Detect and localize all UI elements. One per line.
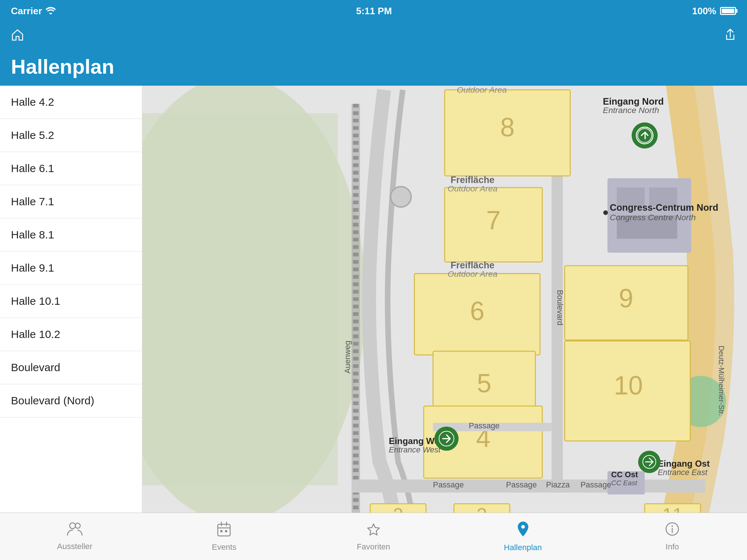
svg-text:Piazza: Piazza (546, 480, 570, 489)
tab-hallenplan-label: Hallenplan (504, 543, 542, 552)
venue-map: 8 7 6 9 5 10 4 2 (142, 86, 747, 513)
svg-point-7 (391, 187, 411, 207)
svg-text:Outdoor Area: Outdoor Area (457, 86, 507, 94)
svg-point-70 (70, 523, 76, 529)
time-display: 5:11 PM (356, 5, 392, 17)
carrier-label: Carrier (11, 5, 42, 17)
home-icon[interactable] (11, 28, 24, 45)
aussteller-icon (67, 522, 83, 540)
status-bar: Carrier 5:11 PM 100% (0, 0, 747, 22)
sidebar-item-boulevard[interactable]: Boulevard (0, 351, 142, 384)
svg-text:Boulevard: Boulevard (556, 290, 565, 326)
tab-aussteller-label: Aussteller (57, 542, 93, 551)
svg-point-81 (671, 525, 673, 527)
svg-point-78 (521, 525, 525, 529)
events-icon (217, 521, 231, 540)
sidebar-item-boulevard-nord[interactable]: Boulevard (Nord) (0, 384, 142, 417)
tab-info-label: Info (666, 542, 679, 552)
svg-rect-76 (220, 530, 222, 532)
nav-bar (0, 22, 747, 51)
svg-text:8: 8 (500, 113, 515, 142)
svg-text:5: 5 (477, 369, 492, 398)
share-icon[interactable] (724, 28, 736, 45)
svg-text:Deutz-Mülheimer-Str.: Deutz-Mülheimer-Str. (717, 346, 725, 416)
svg-text:Outdoor Area: Outdoor Area (448, 269, 498, 279)
wifi-icon (46, 5, 56, 17)
svg-text:Passage: Passage (506, 480, 537, 489)
tab-events[interactable]: Events (150, 518, 299, 556)
tab-events-label: Events (212, 542, 236, 552)
sidebar: Halle 4.2 Halle 5.2 Halle 6.1 Halle 7.1 … (0, 86, 142, 513)
status-bar-left: Carrier (11, 5, 56, 17)
svg-text:CC Ost: CC Ost (611, 470, 638, 479)
svg-text:3: 3 (477, 505, 487, 513)
svg-text:Entrance East: Entrance East (658, 468, 708, 477)
sidebar-item-halle81[interactable]: Halle 8.1 (0, 218, 142, 252)
svg-text:11: 11 (662, 505, 683, 513)
svg-text:Entrance West: Entrance West (389, 445, 441, 454)
battery-icon (720, 7, 736, 15)
svg-rect-13 (551, 174, 563, 481)
svg-text:Freifläche: Freifläche (450, 175, 494, 185)
page-title-bar: Hallenplan (0, 51, 747, 86)
battery-percentage: 100% (692, 5, 716, 17)
svg-text:10: 10 (614, 371, 643, 400)
sidebar-item-halle102[interactable]: Halle 10.2 (0, 318, 142, 351)
map-area[interactable]: 8 7 6 9 5 10 4 2 (142, 86, 747, 513)
svg-text:Passage: Passage (433, 480, 464, 489)
sidebar-item-halle71[interactable]: Halle 7.1 (0, 185, 142, 218)
svg-text:Congress-Centrum Nord: Congress-Centrum Nord (610, 202, 719, 213)
svg-text:Passage: Passage (469, 421, 499, 430)
svg-text:Eingang Ost: Eingang Ost (658, 459, 710, 468)
svg-text:Congress Centre North: Congress Centre North (610, 213, 696, 222)
hallenplan-icon (516, 521, 530, 541)
svg-text:2: 2 (393, 505, 403, 513)
svg-rect-77 (225, 530, 227, 532)
main-content: Halle 4.2 Halle 5.2 Halle 6.1 Halle 7.1 … (0, 86, 747, 513)
page-title: Hallenplan (11, 55, 736, 78)
info-icon (665, 522, 680, 540)
tab-info[interactable]: Info (597, 518, 747, 555)
sidebar-item-halle91[interactable]: Halle 9.1 (0, 252, 142, 285)
sidebar-item-halle42[interactable]: Halle 4.2 (0, 86, 142, 119)
sidebar-item-halle101[interactable]: Halle 10.1 (0, 285, 142, 318)
svg-text:6: 6 (470, 296, 484, 326)
svg-text:Entrance North: Entrance North (603, 105, 659, 115)
status-bar-right: 100% (692, 5, 736, 17)
svg-text:CC East: CC East (611, 479, 638, 487)
svg-text:Auenweg: Auenweg (343, 341, 352, 373)
svg-text:9: 9 (619, 284, 634, 313)
tab-favoriten[interactable]: Favoriten (299, 518, 448, 555)
svg-point-42 (603, 210, 608, 215)
sidebar-item-halle52[interactable]: Halle 5.2 (0, 119, 142, 152)
tab-aussteller[interactable]: Aussteller (0, 518, 150, 555)
tab-bar: Aussteller Events Favoriten (0, 513, 747, 560)
favoriten-icon (366, 522, 381, 540)
svg-text:Freifläche: Freifläche (450, 260, 494, 270)
svg-text:Passage: Passage (580, 480, 611, 489)
tab-hallenplan[interactable]: Hallenplan (448, 517, 598, 556)
tab-favoriten-label: Favoriten (357, 542, 390, 552)
svg-text:7: 7 (486, 206, 501, 235)
sidebar-item-halle61[interactable]: Halle 6.1 (0, 152, 142, 185)
svg-rect-72 (218, 524, 230, 536)
svg-text:Outdoor Area: Outdoor Area (448, 184, 498, 193)
svg-text:Eingang Nord: Eingang Nord (603, 96, 664, 106)
